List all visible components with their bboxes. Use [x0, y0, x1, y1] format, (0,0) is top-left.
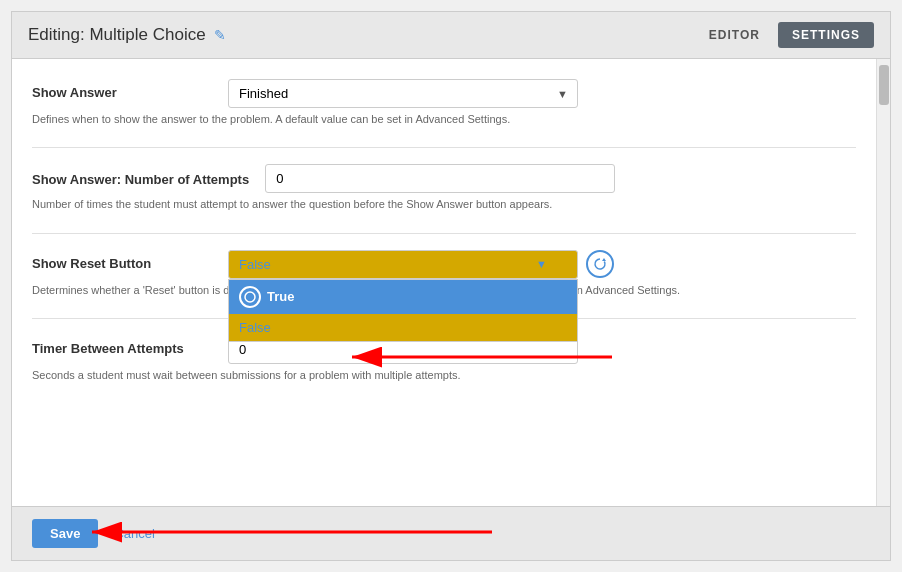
scrollbar-track	[876, 59, 890, 506]
show-reset-option-true[interactable]: True	[229, 280, 577, 314]
reset-to-default-button[interactable]	[586, 250, 614, 278]
edit-icon[interactable]: ✎	[214, 27, 226, 43]
show-reset-button-group: Show Reset Button False ▼	[32, 250, 856, 298]
main-content: Show Answer Finished Always Answered Att…	[12, 59, 876, 506]
show-answer-group: Show Answer Finished Always Answered Att…	[32, 79, 856, 127]
show-answer-select-wrapper: Finished Always Answered Attempted Close…	[228, 79, 578, 108]
editor-window: Editing: Multiple Choice ✎ EDITOR SETTIN…	[11, 11, 891, 561]
divider-1	[32, 147, 856, 148]
title-bar-left: Editing: Multiple Choice ✎	[28, 25, 226, 45]
show-reset-option-false[interactable]: False	[229, 314, 577, 341]
true-circle-icon	[239, 286, 261, 308]
show-reset-arrow-icon: ▼	[536, 258, 547, 270]
show-reset-dropdown-wrapper: False ▼ True	[228, 250, 578, 279]
save-button[interactable]: Save	[32, 519, 98, 548]
show-answer-attempts-input[interactable]	[265, 164, 615, 193]
content-area: Show Answer Finished Always Answered Att…	[12, 59, 890, 506]
show-answer-row: Show Answer Finished Always Answered Att…	[32, 79, 856, 108]
oval-icon	[244, 291, 256, 303]
title-bar-right: EDITOR SETTINGS	[699, 22, 874, 48]
scrollbar-thumb[interactable]	[879, 65, 889, 105]
show-answer-description: Defines when to show the answer to the p…	[32, 112, 856, 127]
show-reset-button-label: Show Reset Button	[32, 250, 212, 271]
show-answer-select[interactable]: Finished Always Answered Attempted Close…	[228, 79, 578, 108]
show-reset-button-row: Show Reset Button False ▼	[32, 250, 856, 279]
settings-button[interactable]: SETTINGS	[778, 22, 874, 48]
svg-marker-1	[602, 258, 606, 261]
option-true-label: True	[267, 289, 294, 304]
show-answer-attempts-row: Show Answer: Number of Attempts	[32, 164, 856, 193]
show-answer-attempts-group: Show Answer: Number of Attempts Number o…	[32, 164, 856, 212]
reset-button-row: False ▼ True	[228, 250, 614, 279]
show-answer-attempts-label: Show Answer: Number of Attempts	[32, 164, 249, 187]
editor-button[interactable]: EDITOR	[699, 22, 770, 48]
show-answer-label: Show Answer	[32, 79, 212, 100]
timer-between-attempts-description: Seconds a student must wait between subm…	[32, 368, 856, 383]
divider-2	[32, 233, 856, 234]
option-false-label: False	[239, 320, 271, 335]
show-reset-dropdown-list: True False	[228, 279, 578, 342]
show-reset-selected-text: False	[239, 257, 271, 272]
show-reset-dropdown-selected[interactable]: False ▼	[228, 250, 578, 279]
timer-between-attempts-label: Timer Between Attempts	[32, 335, 212, 356]
page-title: Editing: Multiple Choice	[28, 25, 206, 45]
show-answer-attempts-description: Number of times the student must attempt…	[32, 197, 856, 212]
cancel-button[interactable]: Cancel	[114, 526, 154, 541]
svg-point-0	[245, 292, 255, 302]
title-bar: Editing: Multiple Choice ✎ EDITOR SETTIN…	[12, 12, 890, 59]
footer-annotation-arrow	[92, 507, 572, 557]
timer-between-attempts-group: Timer Between Attempts Seconds a student…	[32, 335, 856, 383]
footer: Save Cancel	[12, 506, 890, 560]
reset-icon	[593, 257, 607, 271]
